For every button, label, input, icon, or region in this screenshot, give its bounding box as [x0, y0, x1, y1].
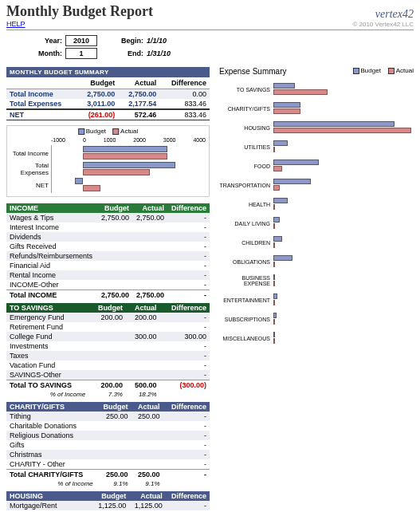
cell: 2,177.54 — [118, 99, 159, 109]
row-label: Total Income — [6, 89, 77, 100]
chart-row-label: Total Income — [7, 150, 51, 157]
help-link[interactable]: HELP — [6, 20, 26, 28]
expense-row: HEALTH — [219, 197, 414, 211]
col-header: Actual — [126, 303, 160, 313]
cell — [96, 431, 131, 440]
year-input[interactable]: 2010 — [65, 35, 97, 46]
pct-label: % of Income — [6, 390, 88, 399]
expense-label: HOUSING — [219, 125, 273, 131]
cell: - — [163, 450, 210, 459]
cell: Tithing — [6, 412, 96, 421]
expense-row: BUSINESS EXPENSE — [219, 274, 414, 288]
pct-cell: 9.1% — [96, 479, 131, 488]
expense-bar-budget — [273, 274, 275, 280]
cell: Financial Aid — [6, 261, 97, 270]
actual-swatch — [112, 128, 119, 135]
cell: - — [160, 341, 210, 351]
expense-bar-budget — [273, 83, 295, 89]
expense-chart: TO SAVINGSCHARITY/GIFTSHOUSINGUTILITIESF… — [219, 82, 414, 345]
cell — [88, 332, 126, 341]
expense-label: UTILITIES — [219, 144, 273, 150]
category-name: TO SAVINGS — [6, 303, 88, 313]
cell — [97, 223, 132, 232]
expense-label: DAILY LIVING — [219, 221, 273, 226]
category-name: HOUSING — [6, 491, 93, 501]
col-budget: Budget — [77, 77, 118, 89]
expense-bar-actual — [273, 128, 411, 133]
expense-bar-budget — [273, 198, 288, 203]
cell: - — [160, 351, 210, 360]
cell: Mortgage/Rent — [6, 501, 93, 510]
total-cell: Total CHARITY/GIFTS — [6, 470, 96, 480]
summary-title: MONTHLY BUDGET SUMMARY — [6, 67, 210, 77]
expense-row: HOUSING — [219, 120, 414, 135]
budget-swatch — [78, 128, 84, 135]
cell: INCOME-Other — [6, 280, 97, 290]
chart-bar — [83, 169, 150, 175]
cell: Refunds/Reimbursements — [6, 251, 97, 261]
total-cell: 250.00 — [96, 470, 131, 480]
cell — [131, 440, 163, 450]
cell — [97, 251, 132, 261]
tick: -1000 — [51, 137, 65, 143]
tick: 3000 — [163, 137, 176, 143]
expense-row: MISCELLANEOUS — [219, 331, 414, 345]
cell: - — [167, 223, 210, 232]
expense-summary-title: Expense Summary — [219, 67, 286, 76]
cell — [88, 360, 126, 370]
category-table: INCOMEBudgetActualDifferenceWages & Tips… — [6, 203, 210, 300]
tick: 4000 — [193, 137, 206, 143]
expense-row: TRANSPORTATION — [219, 178, 414, 192]
category-name: CHARITY/GIFTS — [6, 402, 96, 412]
summary-chart: Budget Actual -1000 0 1000 2000 3000 400… — [6, 125, 210, 197]
cell: 1,125.00 — [93, 501, 130, 510]
col-header: Difference — [167, 203, 210, 213]
cell: 300.00 — [160, 332, 210, 341]
cell — [132, 242, 167, 251]
cell: - — [163, 440, 210, 450]
cell: 2,750.00 — [77, 89, 118, 100]
cell — [126, 341, 160, 351]
cell — [126, 351, 160, 360]
total-cell: (300.00) — [160, 380, 210, 391]
cell — [132, 280, 167, 290]
cell — [97, 232, 132, 242]
expense-row: FOOD — [219, 159, 414, 173]
chart-bar — [75, 178, 83, 184]
cell: 833.46 — [159, 99, 210, 109]
expense-bar-actual — [273, 338, 275, 344]
actual-swatch — [388, 68, 394, 74]
pct-cell: 9.1% — [131, 479, 163, 488]
cell — [131, 459, 163, 470]
total-cell: 2,750.00 — [97, 290, 132, 301]
cell: - — [166, 501, 210, 510]
expense-label: CHILDREN — [219, 240, 273, 246]
total-cell: Total TO SAVINGS — [6, 380, 88, 391]
cell — [126, 322, 160, 332]
col-header: Budget — [97, 203, 132, 213]
chart-legend: Budget Actual — [78, 128, 139, 135]
cell: College Fund — [6, 332, 88, 341]
col-header: Actual — [131, 402, 163, 412]
month-input[interactable]: 1 — [65, 48, 97, 59]
cell: Wages & Tips — [6, 213, 97, 223]
expense-row: ENTERTAINMENT — [219, 293, 414, 307]
cell: 250.00 — [96, 412, 131, 421]
total-cell: 200.00 — [88, 380, 126, 391]
right-column: Expense Summary Budget Actual TO SAVINGS… — [219, 67, 414, 350]
expense-bar-budget — [273, 102, 300, 108]
cell: 1,125.00 — [129, 501, 166, 510]
cell: 2,750.00 — [118, 89, 159, 100]
brand-name: vertex42 — [352, 8, 414, 21]
controls: Year: 2010 Month: 1 Begin: 1/1/10 End: 1… — [38, 35, 414, 59]
total-cell: - — [167, 290, 210, 301]
cell: - — [163, 421, 210, 431]
expense-bar-actual — [273, 166, 282, 171]
pct-label: % of Income — [6, 479, 96, 488]
summary-table: Budget Actual Difference Total Income 2,… — [6, 77, 210, 120]
expense-bar-budget — [273, 121, 394, 127]
cell — [88, 370, 126, 380]
cell — [132, 223, 167, 232]
expense-bar-budget — [273, 236, 282, 242]
cell: - — [160, 313, 210, 322]
